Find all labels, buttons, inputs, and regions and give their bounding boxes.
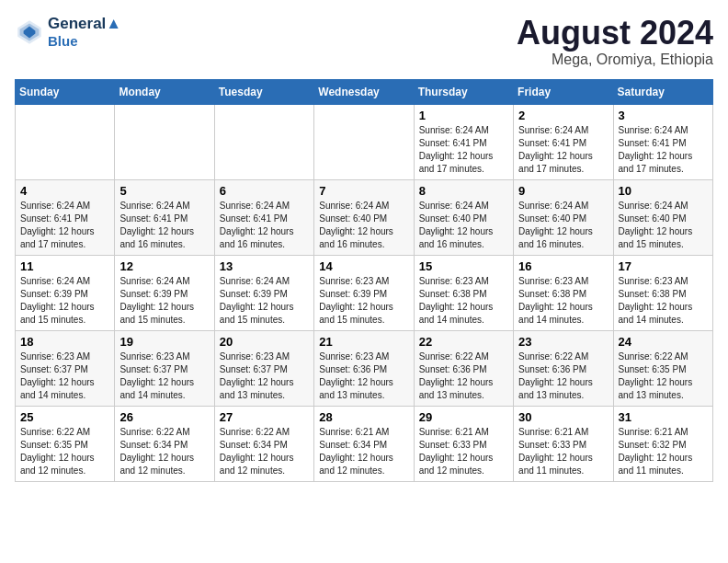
day-number: 1 xyxy=(419,109,508,122)
day-number: 21 xyxy=(319,335,408,349)
day-cell: 2Sunrise: 6:24 AMSunset: 6:41 PMDaylight… xyxy=(514,104,613,179)
week-row-4: 18Sunrise: 6:23 AMSunset: 6:37 PMDayligh… xyxy=(16,330,713,406)
title-block: August 2024 Mega, Oromiya, Ethiopia xyxy=(517,15,713,68)
day-cell: 9Sunrise: 6:24 AMSunset: 6:40 PMDaylight… xyxy=(514,179,613,255)
day-number: 30 xyxy=(518,410,608,424)
day-cell: 3Sunrise: 6:24 AMSunset: 6:41 PMDaylight… xyxy=(613,104,712,179)
week-row-2: 4Sunrise: 6:24 AMSunset: 6:41 PMDaylight… xyxy=(16,179,713,255)
day-info: Sunrise: 6:23 AMSunset: 6:37 PMDaylight:… xyxy=(220,350,309,402)
day-number: 28 xyxy=(319,410,408,424)
day-cell: 26Sunrise: 6:22 AMSunset: 6:34 PMDayligh… xyxy=(115,406,214,481)
day-cell: 23Sunrise: 6:22 AMSunset: 6:36 PMDayligh… xyxy=(514,330,613,406)
day-info: Sunrise: 6:24 AMSunset: 6:40 PMDaylight:… xyxy=(619,200,708,251)
day-number: 3 xyxy=(619,109,708,122)
day-info: Sunrise: 6:24 AMSunset: 6:39 PMDaylight:… xyxy=(20,275,109,327)
day-info: Sunrise: 6:24 AMSunset: 6:39 PMDaylight:… xyxy=(119,275,209,327)
day-info: Sunrise: 6:23 AMSunset: 6:38 PMDaylight:… xyxy=(518,275,608,327)
weekday-header-wednesday: Wednesday xyxy=(314,79,414,104)
day-info: Sunrise: 6:24 AMSunset: 6:41 PMDaylight:… xyxy=(518,124,608,176)
logo-icon xyxy=(15,17,44,47)
day-info: Sunrise: 6:21 AMSunset: 6:34 PMDaylight:… xyxy=(319,426,408,477)
day-number: 27 xyxy=(220,410,309,424)
day-info: Sunrise: 6:24 AMSunset: 6:40 PMDaylight:… xyxy=(518,200,608,251)
day-info: Sunrise: 6:24 AMSunset: 6:40 PMDaylight:… xyxy=(419,200,508,251)
week-row-1: 1Sunrise: 6:24 AMSunset: 6:41 PMDaylight… xyxy=(16,104,713,179)
day-info: Sunrise: 6:23 AMSunset: 6:39 PMDaylight:… xyxy=(319,275,408,327)
day-number: 8 xyxy=(419,184,508,198)
calendar-table: SundayMondayTuesdayWednesdayThursdayFrid… xyxy=(15,79,713,482)
day-number: 14 xyxy=(319,259,408,273)
day-number: 22 xyxy=(419,335,508,349)
day-info: Sunrise: 6:21 AMSunset: 6:33 PMDaylight:… xyxy=(419,426,508,477)
day-cell: 15Sunrise: 6:23 AMSunset: 6:38 PMDayligh… xyxy=(414,255,513,330)
day-cell: 14Sunrise: 6:23 AMSunset: 6:39 PMDayligh… xyxy=(314,255,414,330)
day-info: Sunrise: 6:22 AMSunset: 6:34 PMDaylight:… xyxy=(220,426,309,477)
weekday-header-thursday: Thursday xyxy=(414,79,513,104)
day-number: 5 xyxy=(119,184,209,198)
day-cell: 11Sunrise: 6:24 AMSunset: 6:39 PMDayligh… xyxy=(16,255,115,330)
day-cell: 22Sunrise: 6:22 AMSunset: 6:36 PMDayligh… xyxy=(414,330,513,406)
day-info: Sunrise: 6:21 AMSunset: 6:32 PMDaylight:… xyxy=(619,426,708,477)
page-header: General▲ Blue August 2024 Mega, Oromiya,… xyxy=(15,15,713,68)
day-info: Sunrise: 6:22 AMSunset: 6:34 PMDaylight:… xyxy=(119,426,209,477)
day-info: Sunrise: 6:21 AMSunset: 6:33 PMDaylight:… xyxy=(518,426,608,477)
day-cell: 27Sunrise: 6:22 AMSunset: 6:34 PMDayligh… xyxy=(214,406,313,481)
day-number: 11 xyxy=(20,259,109,273)
day-number: 25 xyxy=(20,410,109,424)
day-number: 7 xyxy=(319,184,408,198)
day-info: Sunrise: 6:22 AMSunset: 6:35 PMDaylight:… xyxy=(20,426,109,477)
day-info: Sunrise: 6:23 AMSunset: 6:38 PMDaylight:… xyxy=(419,275,508,327)
day-number: 20 xyxy=(220,335,309,349)
day-number: 26 xyxy=(119,410,209,424)
day-number: 13 xyxy=(220,259,309,273)
day-info: Sunrise: 6:23 AMSunset: 6:37 PMDaylight:… xyxy=(20,350,109,402)
day-cell: 17Sunrise: 6:23 AMSunset: 6:38 PMDayligh… xyxy=(613,255,712,330)
day-cell: 1Sunrise: 6:24 AMSunset: 6:41 PMDaylight… xyxy=(414,104,513,179)
day-number: 24 xyxy=(619,335,708,349)
day-cell: 20Sunrise: 6:23 AMSunset: 6:37 PMDayligh… xyxy=(214,330,313,406)
day-cell xyxy=(16,104,115,179)
day-number: 16 xyxy=(518,259,608,273)
logo-text: General▲ Blue xyxy=(48,15,121,49)
day-cell: 21Sunrise: 6:23 AMSunset: 6:36 PMDayligh… xyxy=(314,330,414,406)
day-number: 4 xyxy=(20,184,109,198)
day-info: Sunrise: 6:23 AMSunset: 6:36 PMDaylight:… xyxy=(319,350,408,402)
weekday-header-sunday: Sunday xyxy=(16,79,115,104)
day-number: 31 xyxy=(619,410,708,424)
day-info: Sunrise: 6:24 AMSunset: 6:41 PMDaylight:… xyxy=(220,200,309,251)
day-info: Sunrise: 6:24 AMSunset: 6:40 PMDaylight:… xyxy=(319,200,408,251)
day-number: 10 xyxy=(619,184,708,198)
day-cell: 16Sunrise: 6:23 AMSunset: 6:38 PMDayligh… xyxy=(514,255,613,330)
day-cell: 25Sunrise: 6:22 AMSunset: 6:35 PMDayligh… xyxy=(16,406,115,481)
day-cell: 8Sunrise: 6:24 AMSunset: 6:40 PMDaylight… xyxy=(414,179,513,255)
day-cell: 24Sunrise: 6:22 AMSunset: 6:35 PMDayligh… xyxy=(613,330,712,406)
day-cell: 4Sunrise: 6:24 AMSunset: 6:41 PMDaylight… xyxy=(16,179,115,255)
day-cell: 13Sunrise: 6:24 AMSunset: 6:39 PMDayligh… xyxy=(214,255,313,330)
day-number: 23 xyxy=(518,335,608,349)
day-number: 18 xyxy=(20,335,109,349)
day-cell: 5Sunrise: 6:24 AMSunset: 6:41 PMDaylight… xyxy=(115,179,214,255)
day-cell: 28Sunrise: 6:21 AMSunset: 6:34 PMDayligh… xyxy=(314,406,414,481)
day-cell xyxy=(214,104,313,179)
day-info: Sunrise: 6:22 AMSunset: 6:35 PMDaylight:… xyxy=(619,350,708,402)
weekday-header-tuesday: Tuesday xyxy=(214,79,313,104)
day-number: 9 xyxy=(518,184,608,198)
weekday-header-saturday: Saturday xyxy=(613,79,712,104)
day-cell xyxy=(314,104,414,179)
day-number: 6 xyxy=(220,184,309,198)
day-info: Sunrise: 6:24 AMSunset: 6:41 PMDaylight:… xyxy=(119,200,209,251)
day-info: Sunrise: 6:24 AMSunset: 6:39 PMDaylight:… xyxy=(220,275,309,327)
day-cell: 31Sunrise: 6:21 AMSunset: 6:32 PMDayligh… xyxy=(613,406,712,481)
day-cell: 10Sunrise: 6:24 AMSunset: 6:40 PMDayligh… xyxy=(613,179,712,255)
day-number: 19 xyxy=(119,335,209,349)
week-row-3: 11Sunrise: 6:24 AMSunset: 6:39 PMDayligh… xyxy=(16,255,713,330)
day-info: Sunrise: 6:22 AMSunset: 6:36 PMDaylight:… xyxy=(419,350,508,402)
calendar-subtitle: Mega, Oromiya, Ethiopia xyxy=(517,52,713,68)
day-cell: 7Sunrise: 6:24 AMSunset: 6:40 PMDaylight… xyxy=(314,179,414,255)
day-cell: 18Sunrise: 6:23 AMSunset: 6:37 PMDayligh… xyxy=(16,330,115,406)
day-info: Sunrise: 6:24 AMSunset: 6:41 PMDaylight:… xyxy=(20,200,109,251)
day-number: 12 xyxy=(119,259,209,273)
weekday-header-monday: Monday xyxy=(115,79,214,104)
day-cell: 6Sunrise: 6:24 AMSunset: 6:41 PMDaylight… xyxy=(214,179,313,255)
calendar-title: August 2024 xyxy=(517,15,713,52)
